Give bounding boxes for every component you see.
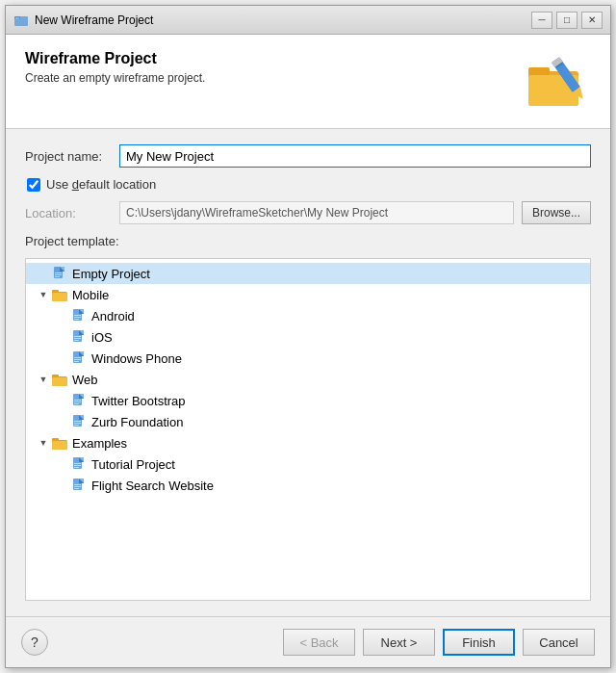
tree-label-mobile: Mobile: [72, 288, 109, 302]
svg-rect-34: [74, 357, 81, 358]
tree-item-android[interactable]: Android: [26, 305, 590, 326]
tree-item-examples[interactable]: ▼ Examples: [26, 432, 590, 453]
page-icon-empty-project: [51, 266, 68, 281]
svg-rect-24: [74, 319, 79, 320]
svg-rect-30: [74, 340, 79, 341]
svg-rect-58: [74, 463, 81, 464]
svg-rect-64: [74, 484, 81, 485]
svg-rect-29: [74, 338, 81, 339]
svg-rect-39: [52, 377, 67, 386]
header-title: Wireframe Project: [25, 50, 205, 67]
svg-rect-44: [74, 401, 81, 402]
dialog-window: New Wireframe Project ─ □ ✕ Wireframe Pr…: [5, 5, 611, 668]
tree-item-zurb-foundation[interactable]: Zurb Foundation: [26, 411, 590, 432]
project-name-label: Project name:: [25, 149, 112, 164]
page-icon-ios: [70, 329, 88, 345]
page-icon-twitter-bootstrap: [70, 393, 88, 408]
tree-item-twitter-bootstrap[interactable]: Twitter Bootstrap: [26, 390, 590, 411]
tree-label-ios: iOS: [91, 330, 113, 345]
svg-rect-49: [74, 421, 81, 422]
header-section: Wireframe Project Create an empty wirefr…: [6, 35, 610, 129]
tree-label-web: Web: [72, 373, 98, 387]
tree-item-web[interactable]: ▼ Web: [26, 369, 590, 390]
project-name-row: Project name:: [25, 144, 591, 168]
page-icon-tutorial-project: [70, 456, 88, 472]
svg-rect-2: [15, 17, 19, 19]
help-button[interactable]: ?: [21, 629, 48, 656]
close-button[interactable]: ✕: [581, 12, 603, 29]
svg-rect-18: [52, 293, 67, 301]
tree-item-tutorial-project[interactable]: Tutorial Project: [26, 453, 590, 475]
project-template-tree[interactable]: Empty Project▼ Mobile Android iOS Win: [25, 258, 591, 601]
svg-rect-13: [55, 272, 62, 273]
footer-buttons: < Back Next > Finish Cancel: [283, 629, 595, 656]
title-bar-text: New Wireframe Project: [35, 13, 531, 27]
default-location-row: Use default location: [25, 177, 591, 192]
tree-item-ios[interactable]: iOS: [26, 326, 590, 348]
svg-rect-51: [74, 425, 79, 426]
tree-label-examples: Examples: [72, 436, 127, 451]
maximize-button[interactable]: □: [556, 12, 578, 29]
cancel-button[interactable]: Cancel: [523, 629, 595, 656]
tree-item-mobile[interactable]: ▼ Mobile: [26, 284, 590, 305]
page-icon-windows-phone: [70, 350, 88, 366]
back-button[interactable]: < Back: [283, 629, 355, 656]
svg-rect-59: [74, 465, 81, 466]
main-content: Project name: Use default location Locat…: [6, 129, 610, 616]
tree-item-windows-phone[interactable]: Windows Phone: [26, 348, 590, 369]
title-bar-icon: [13, 13, 29, 28]
svg-rect-14: [55, 274, 62, 275]
svg-rect-23: [74, 317, 81, 318]
tree-item-flight-search[interactable]: Flight Search Website: [26, 475, 590, 496]
location-label: Location:: [25, 206, 112, 220]
minimize-button[interactable]: ─: [531, 12, 552, 29]
template-label: Project template:: [25, 234, 591, 248]
svg-rect-28: [74, 336, 81, 337]
project-name-input[interactable]: [119, 144, 591, 168]
folder-icon-web: [51, 372, 68, 387]
header-text: Wireframe Project Create an empty wirefr…: [25, 50, 205, 85]
tree-label-zurb-foundation: Zurb Foundation: [91, 415, 183, 429]
default-location-label[interactable]: Use default location: [46, 177, 156, 192]
svg-rect-35: [74, 359, 81, 360]
tree-label-android: Android: [91, 309, 135, 324]
page-icon-android: [70, 308, 88, 324]
default-location-checkbox[interactable]: [27, 178, 40, 192]
header-subtitle: Create an empty wireframe project.: [25, 71, 205, 85]
tree-label-tutorial-project: Tutorial Project: [91, 457, 175, 472]
browse-button[interactable]: Browse...: [522, 201, 591, 224]
title-bar: New Wireframe Project ─ □ ✕: [6, 6, 610, 35]
tree-label-flight-search: Flight Search Website: [91, 479, 214, 493]
folder-icon-mobile: [51, 287, 68, 302]
page-icon-flight-search: [70, 478, 88, 493]
finish-button[interactable]: Finish: [443, 629, 515, 656]
svg-rect-4: [528, 67, 550, 75]
header-icon: [524, 50, 591, 113]
page-icon-zurb-foundation: [70, 414, 88, 429]
next-button[interactable]: Next >: [363, 629, 435, 656]
svg-rect-22: [74, 315, 81, 316]
location-input[interactable]: [119, 201, 514, 224]
title-bar-controls: ─ □ ✕: [531, 12, 603, 29]
toggle-web: ▼: [36, 375, 51, 384]
svg-rect-66: [74, 488, 79, 489]
svg-rect-45: [74, 403, 79, 404]
tree-label-empty-project: Empty Project: [72, 267, 150, 281]
svg-rect-36: [74, 361, 79, 362]
tree-label-twitter-bootstrap: Twitter Bootstrap: [91, 394, 186, 408]
svg-rect-50: [74, 423, 81, 424]
svg-rect-43: [74, 400, 81, 401]
toggle-examples: ▼: [36, 438, 51, 448]
svg-rect-65: [74, 486, 81, 487]
svg-rect-54: [52, 441, 67, 450]
folder-icon-examples: [51, 435, 68, 451]
tree-label-windows-phone: Windows Phone: [91, 351, 182, 366]
svg-rect-15: [55, 276, 60, 277]
footer: ? < Back Next > Finish Cancel: [6, 616, 610, 667]
tree-item-empty-project[interactable]: Empty Project: [26, 263, 590, 284]
toggle-mobile: ▼: [36, 290, 51, 299]
svg-rect-60: [74, 467, 79, 468]
location-row: Location: Browse...: [25, 201, 591, 224]
